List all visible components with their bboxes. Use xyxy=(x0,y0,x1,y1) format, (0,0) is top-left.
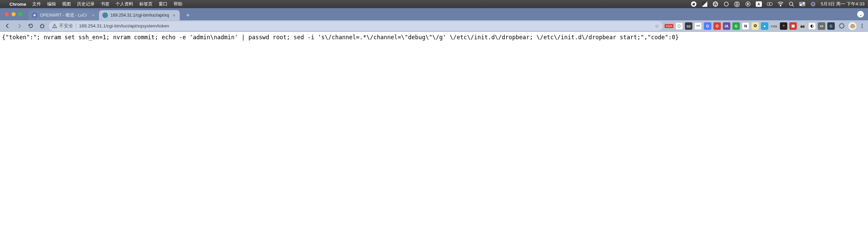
extensions-row: ◌cc👓GOIAGN✪●css✦▣📷◐▭G xyxy=(675,22,835,30)
window-minimize-button[interactable] xyxy=(12,12,16,16)
tab-search-button[interactable]: ⌄ xyxy=(857,11,864,18)
extension-icon[interactable]: ◌ xyxy=(675,22,683,30)
extension-icon[interactable]: G xyxy=(704,22,711,30)
extension-icon[interactable]: ● xyxy=(761,22,768,30)
menu-window[interactable]: 窗口 xyxy=(159,1,167,7)
menubar-datetime[interactable]: 5月3日 周一 下午4:33 xyxy=(821,1,865,7)
extension-icon[interactable]: cc xyxy=(685,22,692,30)
profile-avatar[interactable]: 🐵 xyxy=(848,22,856,30)
battery-icon[interactable] xyxy=(767,1,773,7)
reload-button[interactable] xyxy=(26,21,35,31)
menu-file[interactable]: 文件 xyxy=(32,1,41,7)
warning-icon xyxy=(52,24,57,28)
menu-tabs[interactable]: 标签页 xyxy=(139,1,153,7)
menu-profiles[interactable]: 个人资料 xyxy=(116,1,133,7)
site-insecure-chip[interactable]: 不安全 xyxy=(52,23,73,29)
chrome-menu-button[interactable] xyxy=(859,24,865,28)
extension-icon[interactable]: 📷 xyxy=(799,22,806,30)
extension-icon[interactable]: O xyxy=(713,22,721,30)
menubar-app-name[interactable]: Chrome xyxy=(9,2,26,7)
chrome-toolbar: 不安全 169.254.31.1/cgi-bin/luci/api/xqsyst… xyxy=(0,20,868,32)
tab-close-icon[interactable]: × xyxy=(91,13,96,18)
input-source-icon[interactable]: A xyxy=(756,1,762,7)
window-zoom-button[interactable] xyxy=(18,12,22,16)
extension-icon[interactable]: css xyxy=(770,22,778,30)
back-button[interactable] xyxy=(3,21,12,31)
menu-bookmarks[interactable]: 书签 xyxy=(101,1,110,7)
menubar-left: Chrome 文件 编辑 视图 历史记录 书签 个人资料 标签页 窗口 帮助 xyxy=(3,1,182,7)
extension-icon[interactable]: ▣ xyxy=(789,22,797,30)
extension-icon[interactable]: IA xyxy=(723,22,730,30)
tabs-container: ❖ OPENWRT - 概览 - LuCI × 🌐 169.254.31.1/c… xyxy=(28,8,193,20)
home-button[interactable] xyxy=(37,21,47,31)
svg-point-11 xyxy=(800,5,801,6)
svg-point-6 xyxy=(780,5,781,6)
svg-point-7 xyxy=(789,2,793,5)
menu-edit[interactable]: 编辑 xyxy=(47,1,56,7)
menu-view[interactable]: 视图 xyxy=(62,1,71,7)
window-controls xyxy=(5,12,22,16)
tab-api-token[interactable]: 🌐 169.254.31.1/cgi-bin/luci/api/xq × xyxy=(99,10,180,20)
chrome-tabstrip: ❖ OPENWRT - 概览 - LuCI × 🌐 169.254.31.1/c… xyxy=(0,8,868,20)
play-circle-icon[interactable] xyxy=(745,1,751,7)
siri-icon[interactable] xyxy=(810,1,816,7)
menubar-status-area: A 5月3日 周一 下午4:33 xyxy=(691,1,865,7)
bookmark-star-icon[interactable]: ☆ xyxy=(655,23,659,29)
extension-icon[interactable]: ✦ xyxy=(780,22,787,30)
circle-o-icon[interactable] xyxy=(723,1,729,7)
tab-title: OPENWRT - 概览 - LuCI xyxy=(40,13,88,18)
tab-title: 169.254.31.1/cgi-bin/luci/api/xq xyxy=(111,13,169,18)
extension-icon[interactable]: N xyxy=(742,22,749,30)
tab-openwrt[interactable]: ❖ OPENWRT - 概览 - LuCI × xyxy=(28,10,99,20)
spotlight-icon[interactable] xyxy=(788,1,794,7)
insecure-label: 不安全 xyxy=(59,23,73,29)
extension-icon[interactable]: G xyxy=(827,22,835,30)
extension-icon[interactable]: 👓 xyxy=(694,22,702,30)
window-close-button[interactable] xyxy=(5,12,9,16)
addressbar-separator xyxy=(76,23,76,29)
svg-point-3 xyxy=(724,2,728,6)
menu-history[interactable]: 历史记录 xyxy=(77,1,95,7)
svg-rect-14 xyxy=(54,25,55,27)
menu-help[interactable]: 帮助 xyxy=(174,1,182,7)
svg-point-12 xyxy=(810,1,816,7)
address-bar[interactable]: 不安全 169.254.31.1/cgi-bin/luci/api/xqsyst… xyxy=(49,21,663,31)
extensions-puzzle-icon[interactable] xyxy=(837,21,846,31)
cube-icon[interactable] xyxy=(712,1,718,7)
macos-menubar: Chrome 文件 编辑 视图 历史记录 书签 个人资料 标签页 窗口 帮助 A… xyxy=(0,0,868,8)
tab-close-icon[interactable]: × xyxy=(172,13,176,18)
tabstrip-right: ⌄ xyxy=(857,11,864,18)
globe-icon[interactable] xyxy=(734,1,740,7)
favicon-icon: 🌐 xyxy=(102,13,108,18)
svg-rect-15 xyxy=(54,27,55,27)
forward-button[interactable] xyxy=(14,21,24,31)
page-body-text: {"token":"; nvram set ssh_en=1; nvram co… xyxy=(0,32,868,43)
control-center-icon[interactable] xyxy=(799,1,805,7)
extension-icon[interactable]: ◐ xyxy=(808,22,816,30)
wifi-icon[interactable] xyxy=(777,1,784,7)
new-tab-button[interactable]: + xyxy=(183,10,193,20)
extension-badge: 1624 xyxy=(665,24,673,28)
extension-icon[interactable]: ▭ xyxy=(818,22,825,30)
extension-icon[interactable]: G xyxy=(732,22,740,30)
telegram-icon[interactable] xyxy=(691,1,697,7)
favicon-icon: ❖ xyxy=(32,13,37,18)
contrast-icon[interactable] xyxy=(702,1,708,7)
url-text: 169.254.31.1/cgi-bin/luci/api/xqsystem/t… xyxy=(79,23,652,28)
extension-icon[interactable]: ✪ xyxy=(751,22,759,30)
svg-point-9 xyxy=(803,3,804,4)
